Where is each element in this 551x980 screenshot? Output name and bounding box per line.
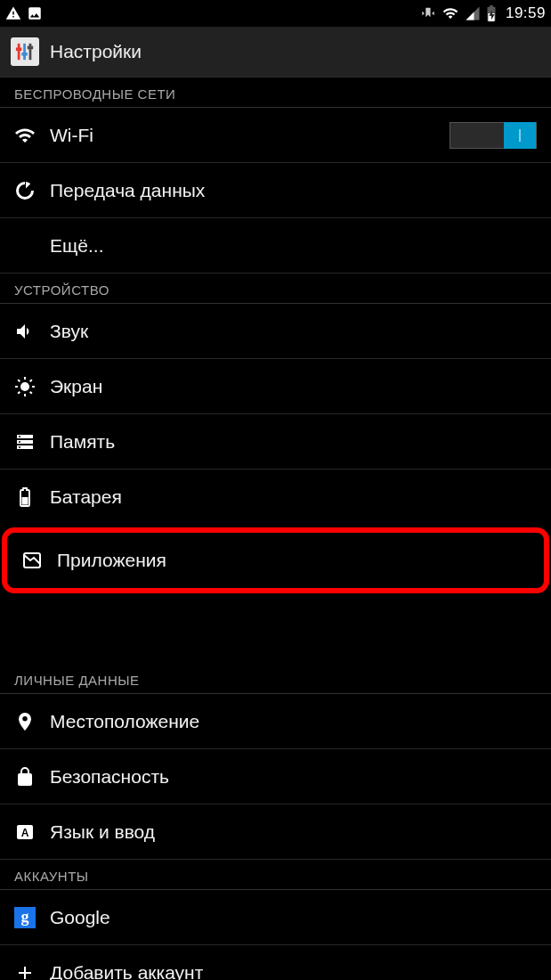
- item-label: Wi-Fi: [50, 125, 93, 146]
- svg-line-10: [30, 391, 32, 393]
- highlight-box: Приложения: [2, 527, 549, 593]
- page-title: Настройки: [50, 41, 142, 62]
- apps-icon: [21, 550, 57, 571]
- battery-icon: [14, 486, 50, 508]
- image-icon: [27, 5, 43, 21]
- settings-item-location[interactable]: Местоположение: [0, 694, 551, 749]
- svg-rect-2: [29, 44, 32, 60]
- svg-line-9: [18, 380, 20, 381]
- wifi-icon: [14, 125, 50, 146]
- svg-line-14: [30, 380, 32, 381]
- section-header-device: УСТРОЙСТВО: [0, 274, 551, 304]
- display-icon: [14, 376, 50, 397]
- data-usage-icon: [14, 180, 50, 201]
- battery-charging-icon: [486, 5, 497, 21]
- item-label: Передача данных: [50, 180, 205, 201]
- svg-rect-1: [23, 44, 26, 60]
- svg-rect-3: [16, 47, 21, 51]
- svg-text:A: A: [21, 827, 29, 839]
- settings-item-data-usage[interactable]: Передача данных: [0, 163, 551, 218]
- svg-rect-21: [22, 497, 28, 505]
- item-label: Местоположение: [50, 711, 199, 732]
- location-icon: [14, 711, 50, 732]
- settings-item-wifi[interactable]: Wi-Fi: [0, 108, 551, 163]
- settings-item-language[interactable]: A Язык и ввод: [0, 804, 551, 860]
- sound-icon: [14, 321, 50, 342]
- svg-line-13: [18, 391, 20, 393]
- settings-item-google[interactable]: g Google: [0, 890, 551, 945]
- item-label: Безопасность: [50, 766, 169, 788]
- plus-icon: [14, 962, 50, 981]
- action-bar: Настройки: [0, 27, 551, 78]
- svg-point-18: [19, 436, 20, 437]
- lock-icon: [14, 766, 50, 788]
- section-header-personal: ЛИЧНЫЕ ДАННЫЕ: [0, 664, 551, 694]
- svg-rect-5: [28, 46, 33, 50]
- status-clock: 19:59: [506, 4, 546, 22]
- settings-item-more[interactable]: Ещё...: [0, 218, 551, 274]
- item-label: Google: [50, 907, 110, 928]
- svg-point-20: [19, 446, 20, 448]
- google-icon: g: [14, 907, 50, 928]
- status-left-icons: [5, 5, 43, 21]
- settings-item-security[interactable]: Безопасность: [0, 749, 551, 804]
- item-label: Язык и ввод: [50, 821, 155, 843]
- settings-item-apps[interactable]: Приложения: [7, 533, 544, 588]
- settings-item-battery[interactable]: Батарея: [0, 470, 551, 525]
- item-label: Батарея: [50, 486, 122, 508]
- warning-icon: [5, 5, 21, 21]
- item-label: Звук: [50, 321, 88, 342]
- settings-list[interactable]: БЕСПРОВОДНЫЕ СЕТИ Wi-Fi Передача данных …: [0, 78, 551, 980]
- item-label: Память: [50, 431, 115, 453]
- vibrate-icon: [420, 5, 436, 21]
- svg-point-19: [19, 441, 20, 443]
- blank-spacer: [0, 596, 551, 664]
- status-right-icons: 19:59: [420, 4, 546, 22]
- wifi-toggle[interactable]: [450, 122, 537, 149]
- item-label: Ещё...: [50, 235, 103, 257]
- settings-item-display[interactable]: Экран: [0, 359, 551, 414]
- storage-icon: [14, 431, 50, 453]
- item-label: Экран: [50, 376, 102, 397]
- language-icon: A: [14, 821, 50, 843]
- svg-rect-0: [18, 44, 20, 60]
- wifi-icon: [442, 5, 459, 21]
- svg-point-6: [20, 382, 29, 391]
- settings-app-icon[interactable]: [11, 37, 39, 66]
- svg-rect-4: [21, 53, 27, 56]
- section-header-wireless: БЕСПРОВОДНЫЕ СЕТИ: [0, 78, 551, 108]
- settings-item-add-account[interactable]: Добавить аккаунт: [0, 945, 551, 980]
- item-label: Добавить аккаунт: [50, 962, 203, 981]
- status-bar: 19:59: [0, 0, 551, 27]
- settings-item-sound[interactable]: Звук: [0, 304, 551, 359]
- signal-icon: [465, 5, 481, 21]
- item-label: Приложения: [57, 550, 166, 571]
- section-header-accounts: АККАУНТЫ: [0, 860, 551, 890]
- settings-item-storage[interactable]: Память: [0, 414, 551, 470]
